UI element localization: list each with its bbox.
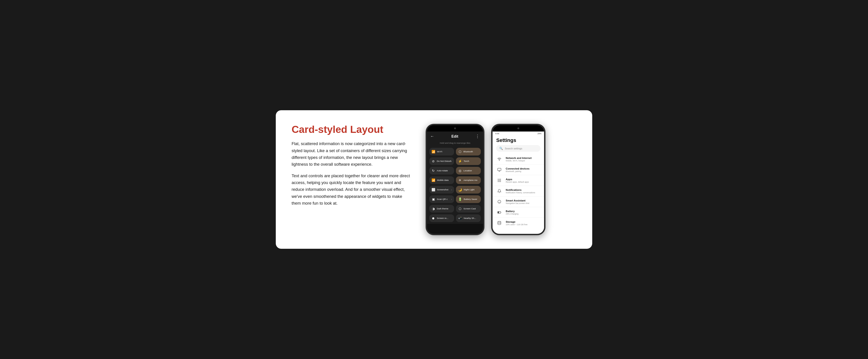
storage-title: Storage (506, 220, 540, 223)
settings-item-storage[interactable]: Storage 10% used – 116 GB free (493, 218, 544, 228)
wifi-icon: 📶 (432, 150, 435, 154)
settings-search-bar[interactable]: 🔍 Search settings (496, 145, 540, 151)
apps-subtitle: Recent apps, default apps (506, 181, 540, 183)
scanqr-arrow: › (451, 198, 452, 200)
svg-rect-3 (499, 179, 500, 180)
svg-rect-10 (500, 181, 501, 182)
tile-nearbyshare[interactable]: 📲 Nearby Sh... (456, 214, 481, 222)
tile-bluetooth[interactable]: ⬡ Bluetooth (456, 148, 481, 156)
search-placeholder: Search settings (505, 147, 522, 150)
network-text: Network and Internet Mobile, Wi-Fi, hots… (506, 157, 540, 162)
battery-icon (496, 209, 502, 216)
tile-autorotate[interactable]: ↻ Auto-rotate (429, 167, 454, 174)
tile-screenrec[interactable]: ⏺ Screen re... (429, 214, 454, 222)
tile-aeroplane[interactable]: ✈ Aeroplane mo (456, 176, 481, 184)
autorotate-icon: ↻ (432, 169, 435, 172)
settings-item-notifications[interactable]: Notifications Notification history, conv… (493, 186, 544, 196)
network-icon (496, 156, 502, 162)
battery-text: Battery 29%-Charging (506, 210, 540, 215)
tile-aeroplane-label: Aeroplane mo (463, 179, 477, 182)
tile-torch-label: Torch (464, 160, 469, 163)
devices-icon (496, 167, 502, 173)
qs-hint: Hold and drag to rearrange tiles (427, 140, 483, 146)
status-bar: 9:44 29% (493, 132, 544, 136)
phones-section: ← Edit ⋮ Hold and drag to rearrange tile… (426, 124, 577, 235)
settings-item-apps[interactable]: Apps Recent apps, default apps (493, 175, 544, 186)
tile-screenshot[interactable]: ⬜ Screenshot › (429, 186, 454, 194)
assistant-text: Smart Assistant Navigation bar,screen sh… (506, 199, 540, 204)
apps-text: Apps Recent apps, default apps (506, 178, 540, 183)
qs-header: ← Edit ⋮ (427, 132, 483, 140)
page-heading: Card-styled Layout (291, 124, 412, 135)
dnd-icon: ⊘ (432, 159, 435, 163)
apps-icon (496, 177, 502, 184)
notch-dot (454, 128, 456, 129)
tile-location-label: Location (463, 169, 472, 172)
screenshot-icon: ⬜ (432, 188, 435, 192)
screenrec-icon: ⏺ (432, 217, 435, 220)
nearbyshare-icon: 📲 (458, 216, 462, 220)
svg-rect-1 (498, 168, 501, 171)
network-subtitle: Mobile, Wi-Fi, hotspot (506, 160, 540, 162)
assistant-title: Smart Assistant (506, 199, 540, 202)
bluetooth-icon: ⬡ (458, 150, 462, 154)
tile-bluetooth-label: Bluetooth (463, 150, 473, 153)
settings-item-devices[interactable]: Connected devices Bluetooth, pairing (493, 165, 544, 175)
torch-icon: ⚡ (458, 159, 462, 163)
phone-left: ← Edit ⋮ Hold and drag to rearrange tile… (426, 124, 485, 235)
battery-title: Battery (506, 210, 540, 213)
svg-point-0 (499, 160, 500, 161)
status-battery: 29% (537, 132, 541, 135)
batterysaver-icon: 🔋 (458, 197, 462, 201)
settings-header: Settings 🔍 Search settings (493, 136, 544, 154)
tile-nearbyshare-label: Nearby Sh... (464, 217, 476, 220)
tile-autorotate-label: Auto-rotate (437, 169, 448, 172)
screenshot-arrow: › (451, 189, 452, 191)
tile-batterysaver-label: Battery Saver (464, 198, 477, 200)
tile-wifi-label: Wi-Fi (437, 150, 442, 153)
svg-rect-6 (499, 180, 500, 181)
network-title: Network and Internet (506, 157, 540, 159)
text-section: Card-styled Layout Flat, scattered infor… (291, 124, 412, 212)
tile-wifi[interactable]: 📶 Wi-Fi (429, 148, 454, 156)
tile-nightlight[interactable]: 🌙 Night Light (456, 186, 481, 194)
notifications-text: Notifications Notification history, conv… (506, 189, 540, 194)
paragraph-2: Text and controls are placed together fo… (291, 172, 412, 207)
left-notch (427, 125, 483, 132)
tile-dnd-label: Do Not Disturb (437, 160, 452, 163)
phone-left-screen: ← Edit ⋮ Hold and drag to rearrange tile… (427, 125, 483, 234)
tile-mobiledata-label: Mobile data (437, 179, 448, 182)
tile-screencast-label: Screen Cast (463, 208, 476, 210)
storage-text: Storage 10% used – 116 GB free (506, 220, 540, 226)
tile-location[interactable]: ◎ Location (456, 167, 481, 174)
tile-darktheme[interactable]: ◑ Dark theme (429, 205, 454, 213)
apps-title: Apps (506, 178, 540, 181)
aeroplane-icon: ✈ (458, 178, 462, 182)
storage-icon (496, 220, 502, 226)
tile-screencast[interactable]: ⬡ Screen Cast (456, 205, 481, 213)
settings-item-assistant[interactable]: Smart Assistant Navigation bar,screen sh… (493, 196, 544, 207)
qs-back-button[interactable]: ← (430, 134, 434, 139)
tile-scanqr-label: Scan QR c (437, 198, 447, 200)
tile-screenrec-label: Screen re... (437, 217, 448, 220)
paragraph-1: Flat, scattered information is now categ… (291, 140, 412, 168)
devices-title: Connected devices (506, 167, 540, 170)
tile-darktheme-label: Dark theme (437, 208, 448, 210)
tile-torch[interactable]: ⚡ Torch (456, 157, 481, 165)
svg-rect-5 (498, 180, 499, 181)
tile-dnd[interactable]: ⊘ Do Not Disturb (429, 157, 454, 165)
svg-rect-4 (500, 179, 501, 180)
phone-right-screen: 9:44 29% Settings 🔍 Search settings (493, 125, 544, 234)
mobiledata-icon: 📶 (432, 178, 435, 182)
storage-subtitle: 10% used – 116 GB free (506, 223, 540, 226)
qs-menu-button[interactable]: ⋮ (475, 134, 480, 139)
tile-mobiledata[interactable]: 📶 Mobile data (429, 176, 454, 184)
tile-scanqr[interactable]: ▣ Scan QR c › (429, 195, 454, 203)
settings-item-battery[interactable]: Battery 29%-Charging (493, 207, 544, 218)
settings-list: Network and Internet Mobile, Wi-Fi, hots… (493, 154, 544, 229)
right-notch-dot (518, 128, 519, 129)
settings-item-network[interactable]: Network and Internet Mobile, Wi-Fi, hots… (493, 154, 544, 165)
nightlight-icon: 🌙 (458, 188, 462, 192)
tile-batterysaver[interactable]: 🔋 Battery Saver (456, 195, 481, 203)
svg-rect-7 (500, 180, 501, 181)
